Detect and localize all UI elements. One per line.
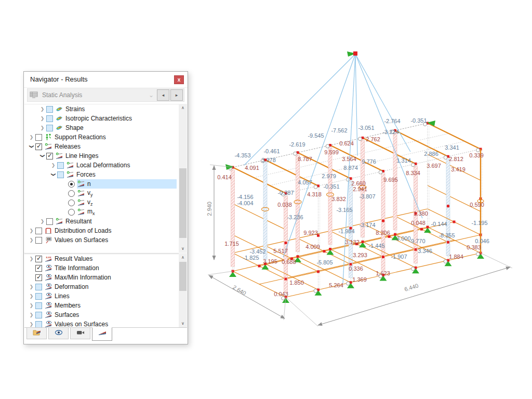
tab-panels[interactable] [26,328,47,339]
tree-item-vz[interactable]: vz [24,198,187,207]
tree-item-values-on-surfaces[interactable]: ❯xxValues on Surfaces [24,235,187,245]
results-tree: ❯Strains❯Isotropic Characteristics❯Shape… [24,104,187,253]
tree-item-vy[interactable]: vy [24,189,187,198]
tree-item-distribution-of-loads[interactable]: ❯Distribution of Loads [24,226,187,235]
scroll-down-icon[interactable]: ∨ [179,245,187,252]
checkbox[interactable] [35,284,42,290]
collapse-arrow-icon[interactable]: ❯ [28,144,35,149]
expand-arrow-icon[interactable]: ❯ [28,237,35,243]
result-value-label: 2.762 [366,136,380,142]
camera-icon [76,328,85,339]
result-value-label: -2.619 [289,141,305,148]
svg-text:xx: xx [47,237,51,241]
tree-item-lines[interactable]: ❯Lines [24,291,187,301]
result-value-label: 2.812 [449,156,463,162]
tree-item-members[interactable]: ❯Members [24,301,187,310]
expand-arrow-icon[interactable]: ❯ [38,116,46,121]
result-value-label: 8.334 [406,170,420,176]
tree-item-result-values[interactable]: ❯x.xxResult Values [24,254,187,263]
tree-item-forces[interactable]: ❯Forces [24,170,187,179]
scroll-up-icon[interactable]: ∧ [179,104,187,112]
collapse-arrow-icon[interactable]: ❯ [49,172,57,177]
checkbox[interactable] [57,162,64,169]
tree-item-surfaces[interactable]: ❯Surfaces [24,310,187,320]
checkbox[interactable] [46,218,53,225]
prev-loading-button[interactable]: ◂ [157,89,169,101]
tree-item-deformation[interactable]: ❯Deformation [24,282,187,291]
tab-results[interactable] [92,327,112,341]
radio-button[interactable] [68,190,75,197]
scrollbar-thumb[interactable] [179,168,187,238]
result-value-label: -1.445 [368,243,384,249]
checkbox[interactable] [46,125,53,131]
checkbox[interactable] [35,274,42,281]
result-value-label: 0.043 [274,291,288,297]
radio-button[interactable] [68,209,75,216]
tree-item-title-information[interactable]: Title Information [24,263,187,273]
expand-arrow-icon[interactable]: ❯ [49,163,57,168]
tree-item-values-on-surfaces[interactable]: ❯Values on Surfaces [24,320,187,328]
checkbox[interactable] [35,256,42,262]
model-3d-view[interactable]: 2.9402.6406.440 -4.353-0.461-2.619-9.545… [195,39,532,356]
tree-item-support-reactions[interactable]: ❯Support Reactions [24,132,187,142]
checkbox[interactable] [46,153,53,159]
tree-item-releases[interactable]: ❯Releases [24,142,187,151]
close-icon[interactable]: x [174,75,184,84]
checkbox[interactable] [35,302,42,309]
tree-item-label: Title Information [55,264,99,272]
checkbox[interactable] [35,293,42,300]
checkbox[interactable] [57,171,64,178]
expand-arrow-icon[interactable]: ❯ [28,312,35,317]
checkbox[interactable] [46,106,53,113]
panel-titlebar[interactable]: Navigator - Results x [24,72,188,88]
tree-item-max-min-information[interactable]: Max/Min Information [24,273,187,282]
tree-item-local-deformations[interactable]: ❯Local Deformations [24,161,187,170]
scroll-down-icon[interactable]: ∨ [179,320,187,327]
next-loading-button[interactable]: ▸ [170,89,183,101]
expand-arrow-icon[interactable]: ❯ [28,135,35,140]
analysis-combobox[interactable]: Static Analysis ⌄ ◂ ▸ [27,88,184,102]
expand-arrow-icon[interactable]: ❯ [28,256,35,261]
result-value-label: 3.132 [345,239,360,245]
radio-button[interactable] [68,200,75,206]
tab-display[interactable] [48,328,69,339]
checkbox[interactable] [35,134,42,141]
scroll-up-icon[interactable]: ∧ [179,254,187,261]
scrollbar-thumb[interactable] [179,262,187,291]
expand-arrow-icon[interactable]: ❯ [28,284,35,289]
expand-arrow-icon[interactable]: ❯ [38,219,46,224]
result-value-label: -5.805 [316,259,332,265]
radio-button[interactable] [68,181,75,188]
tree-item-line-hinges[interactable]: ❯Line Hinges [24,151,187,161]
checkbox[interactable] [35,237,42,244]
results-tree-scrollbar[interactable]: ∧ ∨ [179,104,187,252]
tree-item-isotropic-characteristics[interactable]: ❯Isotropic Characteristics [24,114,187,123]
navigator-tab-bar [24,327,187,342]
result-value-label: -4.004 [237,200,253,206]
tree-item-n[interactable]: n [24,179,187,189]
expand-arrow-icon[interactable]: ❯ [28,303,35,308]
eyeline-icon [44,283,52,290]
checkbox[interactable] [35,312,42,318]
checkbox[interactable] [35,143,42,150]
display-tree-scrollbar[interactable]: ∧ ∨ [179,254,187,327]
expand-arrow-icon[interactable]: ❯ [38,125,46,130]
tree-item-shape[interactable]: ❯Shape [24,123,187,132]
result-value-label: -0.144 [431,221,447,227]
expand-arrow-icon[interactable]: ❯ [28,228,35,233]
expand-arrow-icon[interactable]: ❯ [28,294,35,299]
collapse-arrow-icon[interactable]: ❯ [38,153,46,158]
tree-item-resultant[interactable]: ❯Resultant [24,217,187,226]
checkbox[interactable] [46,115,53,122]
hinge-icon [66,171,74,178]
tree-item-strains[interactable]: ❯Strains [24,104,187,114]
checkbox[interactable] [35,265,42,272]
checkbox[interactable] [35,321,42,328]
result-value-label: 1.884 [449,254,463,260]
tab-views[interactable] [70,328,90,339]
expand-arrow-icon[interactable]: ❯ [38,107,46,112]
checkbox[interactable] [35,228,42,234]
tree-item-mx[interactable]: mx [24,207,187,217]
expand-arrow-icon[interactable]: ❯ [28,322,35,327]
tree-item-label: vz [87,198,93,207]
